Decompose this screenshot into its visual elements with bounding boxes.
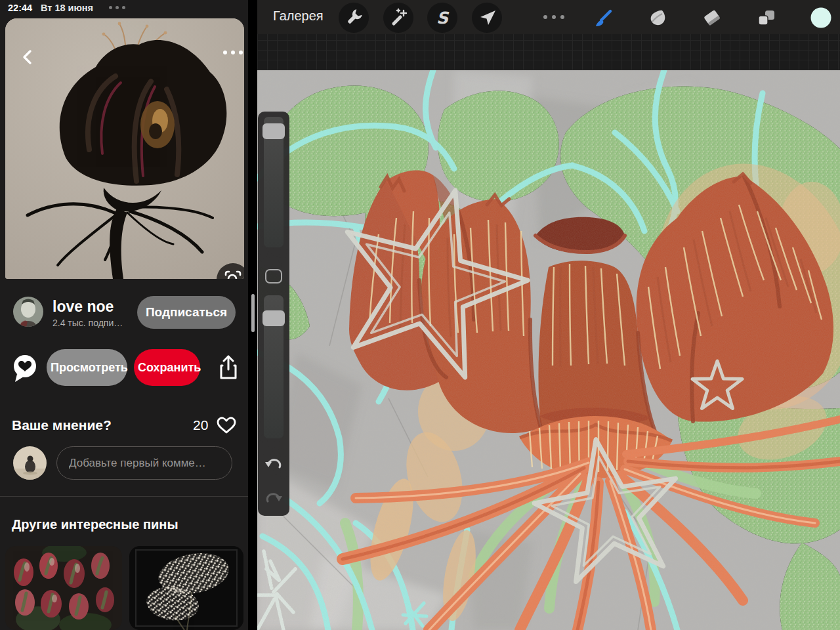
pin-card[interactable] — [5, 18, 244, 279]
redo-icon[interactable] — [264, 488, 283, 507]
modify-button[interactable] — [265, 269, 282, 284]
creator-followers: 2.4 тыс. подпи… — [52, 318, 123, 328]
selection-icon[interactable]: S — [427, 3, 457, 33]
layers-icon[interactable] — [751, 3, 782, 33]
pin-photo-dark-flower — [5, 18, 244, 279]
paint-brush-icon[interactable] — [589, 3, 619, 33]
clock: 22:44 — [8, 3, 32, 13]
save-button[interactable]: Сохранить — [134, 349, 200, 386]
quick-menu-dots-icon[interactable] — [539, 14, 568, 20]
color-swatch-icon[interactable] — [806, 3, 836, 33]
like-count: 20 — [193, 417, 208, 433]
share-icon[interactable] — [214, 354, 238, 381]
procreate-toolbar: Галерея S — [257, 0, 840, 34]
pin-action-row: Просмотреть Сохранить — [0, 348, 248, 387]
current-user-avatar[interactable] — [13, 446, 47, 480]
scrollbar-thumb[interactable] — [251, 294, 255, 332]
procreate-pane: Галерея S — [257, 0, 840, 630]
section-divider — [0, 496, 248, 497]
svg-text:S: S — [436, 9, 450, 28]
wrench-actions-icon[interactable] — [339, 3, 369, 33]
smudge-finger-icon[interactable] — [642, 3, 673, 33]
pin-more-icon[interactable] — [219, 50, 244, 55]
creator-avatar[interactable] — [13, 297, 43, 327]
split-screen: 22:44 Вт 18 июня — [0, 0, 840, 630]
undo-icon[interactable] — [264, 454, 283, 472]
creator-name[interactable]: love noe — [52, 298, 114, 316]
brush-sidebar — [258, 112, 289, 516]
date: Вт 18 июня — [41, 3, 93, 13]
gallery-button[interactable]: Галерея — [273, 9, 324, 24]
status-bar: 22:44 Вт 18 июня — [0, 0, 248, 16]
paper-grain-texture — [257, 70, 840, 630]
multitask-dots-icon[interactable] — [109, 6, 125, 9]
follow-button[interactable]: Подписаться — [137, 296, 236, 329]
eraser-icon[interactable] — [697, 3, 727, 33]
heart-outline-icon[interactable] — [215, 415, 238, 438]
canvas-workspace-grid — [257, 34, 840, 70]
related-pin-white-flowers[interactable] — [129, 546, 243, 630]
pin-user-row: love noe 2.4 тыс. подпи… Подписаться — [0, 294, 248, 331]
brush-opacity-handle[interactable] — [262, 310, 285, 326]
opinion-prompt: Ваше мнение? — [12, 417, 112, 433]
comment-heart-bubble-icon[interactable] — [10, 353, 39, 386]
procreate-canvas[interactable] — [257, 70, 840, 630]
visual-search-lens-icon[interactable] — [211, 261, 244, 279]
related-pins-title: Другие интересные пины — [12, 517, 178, 532]
magic-wand-adjustments-icon[interactable] — [383, 3, 413, 33]
related-pin-tulips[interactable] — [5, 546, 122, 630]
back-chevron-icon[interactable] — [16, 46, 39, 70]
comment-input[interactable] — [56, 446, 232, 480]
brush-size-handle[interactable] — [262, 123, 285, 139]
pinterest-pane: 22:44 Вт 18 июня — [0, 0, 248, 630]
transform-arrow-icon[interactable] — [472, 3, 502, 33]
view-button[interactable]: Просмотреть — [47, 349, 127, 386]
